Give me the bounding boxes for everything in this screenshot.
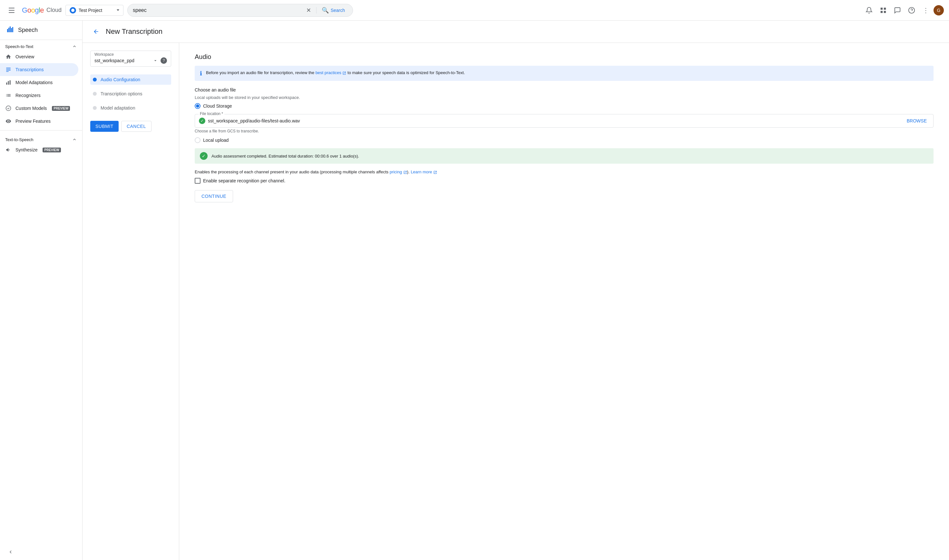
local-upload-note: Local uploads will be stored in your spe… — [195, 95, 934, 100]
file-check-icon: ✓ — [199, 118, 205, 124]
wizard-left-panel: Workspace sst_workspace_ppd ? Audio Conf… — [83, 43, 179, 560]
sidebar-item-label: Transcriptions — [15, 67, 43, 72]
step-label: Model adaptation — [100, 105, 135, 111]
content-area: New Transcription Workspace sst_workspac… — [83, 21, 949, 560]
step-label: Transcription options — [100, 91, 142, 96]
sidebar-item-label: Preview Features — [15, 118, 51, 124]
local-upload-label: Local upload — [203, 138, 228, 143]
wizard-content: Audio ℹ Before you import an audio file … — [179, 43, 949, 560]
wizard-step-transcription-options[interactable]: Transcription options — [90, 89, 171, 99]
recognizers-icon — [5, 92, 12, 98]
speech-to-text-section[interactable]: Speech-to-Text — [0, 40, 82, 50]
channel-checkbox-row[interactable]: Enable separate recognition per channel. — [195, 178, 934, 184]
preview-badge: PREVIEW — [52, 106, 70, 111]
channel-section: Enables the processing of each channel p… — [195, 169, 934, 184]
nav-icons: ⋮ G — [863, 4, 944, 17]
sidebar-item-recognizers[interactable]: Recognizers — [0, 89, 79, 102]
clear-search-icon[interactable]: ✕ — [303, 7, 314, 14]
best-practices-link[interactable]: best practices — [316, 70, 347, 75]
wizard-step-model-adaptation[interactable]: Model adaptation — [90, 103, 171, 113]
assessment-text: Audio assessment completed. Estimated to… — [211, 154, 359, 158]
search-button[interactable]: 🔍 Search — [319, 7, 348, 14]
workspace-section: Workspace sst_workspace_ppd ? — [90, 51, 171, 67]
text-to-speech-section[interactable]: Text-to-Speech — [0, 133, 82, 143]
sidebar-item-custom-models[interactable]: Custom Models PREVIEW — [0, 102, 79, 115]
workspace-help-icon[interactable]: ? — [160, 57, 167, 64]
custom-models-icon — [5, 105, 12, 111]
info-banner: ℹ Before you import an audio file for tr… — [195, 66, 934, 81]
sidebar-item-overview[interactable]: Overview — [0, 50, 79, 63]
svg-rect-7 — [8, 28, 9, 32]
search-bar[interactable]: ✕ 🔍 Search — [127, 4, 353, 17]
wizard-step-audio-config[interactable]: Audio Configuration — [90, 74, 171, 85]
svg-rect-13 — [6, 70, 11, 71]
cancel-button[interactable]: CANCEL — [121, 121, 151, 132]
google-cloud-logo[interactable]: Google Cloud — [22, 6, 62, 14]
project-selector[interactable]: Test Project — [65, 5, 123, 16]
sidebar-item-label: Overview — [15, 54, 34, 59]
file-path-value: sst_workspace_ppd/audio-files/test-audio… — [208, 118, 901, 123]
svg-rect-1 — [884, 8, 886, 9]
sidebar-item-synthesize[interactable]: Synthesize PREVIEW — [0, 143, 79, 156]
file-location-input[interactable]: ✓ sst_workspace_ppd/audio-files/test-aud… — [195, 114, 934, 128]
cloud-storage-option[interactable]: Cloud Storage — [195, 103, 934, 109]
back-button[interactable] — [90, 26, 102, 37]
chevron-down-icon — [117, 9, 119, 11]
submit-button[interactable]: SUBMIT — [90, 121, 119, 132]
pricing-link[interactable]: pricing — [390, 169, 407, 174]
project-icon — [69, 7, 76, 14]
menu-button[interactable] — [5, 4, 18, 17]
step-dot — [93, 106, 97, 110]
preview-badge: PREVIEW — [43, 148, 61, 152]
step-dot — [93, 92, 97, 96]
svg-rect-15 — [6, 83, 7, 85]
browse-button[interactable]: BROWSE — [904, 117, 929, 125]
svg-rect-10 — [12, 27, 13, 32]
local-upload-radio[interactable] — [195, 137, 200, 143]
sidebar-item-model-adaptations[interactable]: Model Adaptations — [0, 76, 79, 89]
sidebar-item-preview-features[interactable]: Preview Features — [0, 115, 79, 128]
visibility-icon — [5, 118, 12, 125]
search-input[interactable] — [133, 8, 303, 13]
cloud-storage-label: Cloud Storage — [203, 103, 232, 109]
svg-rect-12 — [6, 69, 11, 69]
page-header: New Transcription — [83, 21, 949, 43]
wizard-layout: Workspace sst_workspace_ppd ? Audio Conf… — [83, 43, 949, 560]
svg-rect-3 — [884, 11, 886, 12]
sidebar-header: Speech — [0, 21, 82, 40]
chat-icon[interactable] — [891, 4, 904, 17]
wizard-actions: SUBMIT CANCEL — [90, 121, 171, 132]
collapse-sidebar-button[interactable] — [5, 546, 77, 557]
local-upload-option[interactable]: Local upload — [195, 137, 934, 143]
cloud-storage-radio[interactable] — [195, 103, 200, 109]
search-icon: 🔍 — [322, 7, 329, 14]
channel-info-text: Enables the processing of each channel p… — [195, 169, 934, 175]
notifications-icon[interactable] — [863, 4, 875, 17]
page-title: New Transcription — [106, 28, 162, 36]
file-location-label: File location * — [199, 111, 224, 116]
continue-btn-container: CONTINUE — [195, 190, 934, 202]
home-icon — [5, 54, 12, 60]
learn-more-link[interactable]: Learn more — [411, 169, 437, 174]
success-banner: ✓ Audio assessment completed. Estimated … — [195, 148, 934, 164]
svg-rect-8 — [10, 26, 11, 32]
audio-source-radio-group: Cloud Storage — [195, 103, 934, 109]
grid-icon[interactable] — [877, 4, 890, 17]
sidebar-footer — [0, 544, 82, 560]
more-vert-icon[interactable]: ⋮ — [919, 4, 932, 17]
svg-rect-11 — [6, 68, 11, 68]
project-name: Test Project — [79, 8, 114, 13]
channel-checkbox[interactable] — [195, 178, 200, 184]
help-icon[interactable] — [905, 4, 918, 17]
svg-rect-17 — [10, 80, 11, 85]
workspace-dropdown-icon[interactable] — [153, 58, 158, 63]
sidebar-item-transcriptions[interactable]: Transcriptions — [0, 63, 79, 76]
divider — [0, 130, 82, 131]
continue-button[interactable]: CONTINUE — [195, 190, 233, 202]
audio-title: Audio — [195, 53, 934, 61]
avatar[interactable]: G — [934, 5, 944, 15]
svg-rect-2 — [881, 11, 883, 12]
file-location-container: File location * ✓ sst_workspace_ppd/audi… — [195, 114, 934, 133]
list-icon — [5, 66, 12, 73]
main-layout: Speech Speech-to-Text Overview Transcrip… — [0, 21, 949, 560]
